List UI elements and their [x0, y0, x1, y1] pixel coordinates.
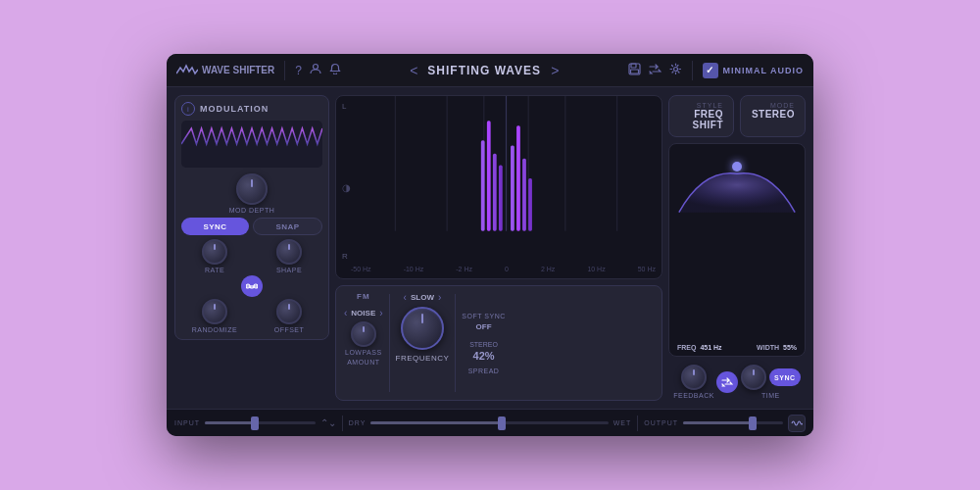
axis-label-5: 2 Hz — [541, 266, 555, 272]
shuffle-button-2[interactable] — [716, 371, 738, 393]
dry-wet-fader-fill — [370, 421, 501, 424]
spectrum-lines — [351, 96, 662, 261]
style-mode-row: STYLE FREQ SHIFT MODE STEREO — [668, 95, 806, 137]
wave-function-button[interactable] — [788, 415, 806, 432]
feedback-knob[interactable] — [681, 365, 707, 390]
output-fader-track[interactable] — [683, 421, 783, 424]
divider-2 — [455, 294, 456, 392]
lowpass-knob-container: LOWPASS — [345, 321, 382, 356]
spectrum-label-r: R — [342, 252, 348, 261]
time-knob[interactable] — [741, 365, 766, 390]
center-panel: L R ◑ — [335, 95, 662, 401]
bell-button[interactable] — [329, 63, 341, 77]
slow-next-button[interactable]: › — [438, 292, 441, 303]
user-button[interactable] — [310, 63, 321, 77]
frequency-knob[interactable] — [401, 307, 444, 350]
axis-label-7: 50 Hz — [638, 266, 656, 272]
dry-wet-fader-thumb[interactable] — [498, 416, 506, 430]
title-bar: WAVE SHIFTER ? < SHIFTING WAVES > — [167, 54, 813, 87]
spread-label: SPREAD — [468, 368, 500, 374]
lowpass-label: LOWPASS — [345, 349, 382, 356]
amount-label: AMOUNT — [347, 359, 379, 366]
link-button[interactable] — [241, 275, 263, 297]
stereo-value: 42% — [473, 350, 495, 362]
stereo-label: STEREO — [469, 341, 498, 348]
bottom-bar: INPUT ⌃⌄ DRY WET OUTPUT — [167, 409, 813, 436]
axis-label-3: -2 Hz — [456, 266, 472, 272]
right-panel: STYLE FREQ SHIFT MODE STEREO — [668, 95, 806, 401]
noise-prev-button[interactable]: ‹ — [344, 308, 347, 318]
noise-nav: ‹ NOISE › — [344, 308, 383, 318]
stereo-box: STEREO 42% — [469, 341, 498, 362]
fm-noise-section: FM ‹ NOISE › LOWPASS AMOUNT — [344, 292, 383, 394]
plugin-window: WAVE SHIFTER ? < SHIFTING WAVES > — [167, 54, 813, 436]
time-sync-button[interactable]: SYNC — [769, 368, 801, 386]
shape-label: SHAPE — [276, 267, 302, 273]
output-fader-thumb[interactable] — [749, 416, 757, 430]
noise-next-button[interactable]: › — [379, 308, 382, 318]
save-button[interactable] — [628, 63, 641, 78]
modulation-section: i MODULATION — [174, 95, 329, 340]
title-divider — [284, 61, 285, 80]
svg-rect-16 — [499, 166, 503, 231]
rate-label: RATE — [205, 267, 224, 273]
wet-label: WET — [613, 419, 632, 426]
dry-wet-fader-track[interactable] — [370, 421, 608, 424]
mode-section: MODE STEREO — [740, 95, 806, 137]
settings-button[interactable] — [669, 63, 682, 78]
frequency-label: FREQUENCY — [396, 354, 450, 363]
input-fader-section: INPUT ⌃⌄ — [174, 417, 336, 428]
next-preset-button[interactable]: > — [551, 63, 559, 78]
brightness-icon[interactable]: ◑ — [342, 182, 351, 193]
mode-label: MODE — [751, 102, 795, 109]
freq-label: FREQ — [677, 344, 696, 351]
noise-label: NOISE — [351, 309, 375, 318]
time-knob-container: SYNC TIME — [741, 365, 801, 399]
spectrum-svg — [351, 96, 662, 261]
brand-check-icon: ✓ — [703, 63, 718, 78]
fader-divider-2 — [637, 416, 638, 431]
shape-knob[interactable] — [276, 239, 302, 265]
help-button[interactable]: ? — [295, 64, 302, 77]
sync-button[interactable]: SYNC — [181, 218, 249, 235]
mod-depth-row: MOD DEPTH — [181, 173, 322, 214]
title-right: ✓ MINIMAL AUDIO — [628, 61, 805, 80]
time-sync-row: SYNC — [741, 365, 801, 390]
offset-label: OFFSET — [274, 326, 305, 333]
bottom-section: FM ‹ NOISE › LOWPASS AMOUNT ‹ — [335, 285, 662, 401]
reverb-display: FREQ 451 Hz WIDTH 55% — [668, 143, 806, 357]
rate-knob[interactable] — [202, 239, 227, 265]
style-value: FREQ SHIFT — [679, 109, 723, 130]
shuffle-button[interactable] — [649, 63, 662, 78]
mode-value: STEREO — [751, 109, 795, 120]
feedback-label: FEEDBACK — [673, 392, 714, 399]
mod-depth-knob[interactable] — [236, 173, 268, 205]
snap-button[interactable]: SNAP — [253, 218, 322, 235]
lowpass-knob[interactable] — [351, 321, 376, 347]
randomize-knob[interactable] — [202, 299, 227, 324]
slow-label: SLOW — [411, 293, 434, 302]
offset-knob[interactable] — [276, 299, 302, 324]
time-label: TIME — [761, 392, 780, 399]
svg-point-0 — [313, 65, 318, 70]
dry-wet-fader-section: DRY WET — [349, 419, 631, 426]
axis-label-1: -50 Hz — [351, 266, 371, 272]
prev-preset-button[interactable]: < — [410, 63, 417, 78]
slow-prev-button[interactable]: ‹ — [404, 292, 407, 303]
soft-sync-value: OFF — [476, 322, 492, 331]
output-label: OUTPUT — [644, 419, 678, 426]
axis-label-2: -10 Hz — [404, 266, 424, 272]
randomize-knob-container: RANDOMIZE — [181, 299, 248, 333]
svg-rect-19 — [522, 159, 526, 231]
frequency-section: ‹ SLOW › FREQUENCY — [396, 292, 450, 394]
input-fader-fill — [205, 421, 255, 424]
modulation-info-icon[interactable]: i — [181, 102, 195, 116]
mod-depth-knob-container: MOD DEPTH — [229, 173, 275, 214]
svg-rect-3 — [630, 70, 638, 74]
reverb-dot[interactable] — [732, 162, 742, 172]
input-fader-track[interactable] — [205, 421, 316, 424]
title-icons: ? — [295, 63, 341, 77]
brand-logo: ✓ MINIMAL AUDIO — [703, 63, 805, 78]
input-fader-thumb[interactable] — [251, 416, 259, 430]
input-expand-icon[interactable]: ⌃⌄ — [320, 417, 336, 428]
